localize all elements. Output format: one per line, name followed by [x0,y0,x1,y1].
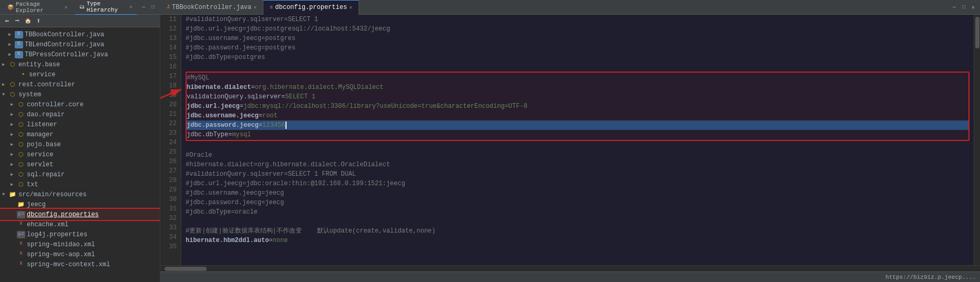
arrow: ▶ [11,122,17,127]
tree-item-sqlrepair[interactable]: ▶ ⬡ sql.repair [0,169,160,179]
tree-item-dbconfig[interactable]: x= dbconfig.properties [0,209,160,219]
tree-item-tbpresscontroller[interactable]: ▶ C TBPressController.java [0,49,160,59]
vertical-scrollbar[interactable] [974,15,980,265]
xml-icon: X [17,261,25,268]
code-line-24 [186,141,969,150]
code-line-25: #Oracle [186,150,969,160]
tree-label: dao.repair [27,111,65,118]
tab-tbbook-label: TBBookController.java [172,4,251,11]
tree-item-entitybase[interactable]: ▶ ⬡ entity.base [0,59,160,69]
arrow: ▶ [2,82,8,87]
tab-package-explorer[interactable]: 📦 Package Explorer ✕ [3,0,72,15]
tab-type-hierarchy-label: Type Hierarchy [87,1,127,13]
tree-label: system [18,91,41,98]
arrow: ▶ [11,172,17,177]
tree-label: rest.controller [18,81,75,88]
tree-item-spring-mvc-aop[interactable]: X spring-mvc-aop.xml [0,249,160,259]
tree-item-jeecg[interactable]: 📁 jeecg [0,199,160,209]
properties-icon: x= [17,231,25,238]
package-icon: ⬡ [17,151,25,158]
tab-dbconfig-props[interactable]: ≡ dbconfig.properties ✕ [263,0,359,15]
class-icon: C [15,51,23,58]
tree-item-system[interactable]: ▼ ⬡ system [0,89,160,99]
package-icon: ⬡ [8,91,17,98]
code-line-14: #jdbc.password.jeecg=postgres [186,43,969,53]
code-editor[interactable]: #validationQuery.sqlserver=SELECT 1 #jdb… [181,15,974,265]
tree-item-spring-mvc-context[interactable]: X spring-mvc-context.xml [0,259,160,269]
editor-maximize-btn[interactable]: □ [960,4,967,11]
tree-label: pojo.base [27,141,61,148]
tree-label: spring-minidao.xml [27,241,95,248]
file-tree: ▶ C TBBookController.java ▶ C TBLendCont… [0,27,160,282]
tree-label: TBLendController.java [25,41,104,48]
tree-item-service-system[interactable]: ▶ ⬡ service [0,149,160,159]
tree-item-manager[interactable]: ▶ ⬡ manager [0,129,160,139]
code-line-23: jdbc.dbType=mysql [187,130,968,139]
code-line-29: #jdbc.username.jeecg=jeecg [186,188,969,198]
tree-item-daorepair[interactable]: ▶ ⬡ dao.repair [0,109,160,119]
tab-dbconfig-close[interactable]: ✕ [349,4,352,11]
tree-item-srcmainresources[interactable]: ▼ 📁 src/main/resources [0,189,160,199]
horizontal-scrollbar[interactable] [160,265,980,271]
code-line-21: jdbc.username.jeecg=root [187,111,968,120]
code-line-20: jdbc.url.jeecg=jdbc:mysql://localhost:33… [187,102,968,111]
horizontal-scrollbar-thumb[interactable] [165,267,207,271]
code-line-28: #jdbc.url.jeecg=jdbc:oracle:thin:@192.16… [186,179,969,188]
class-icon: C [15,41,23,48]
tree-label: controller.core [27,101,84,108]
toolbar-btn-3[interactable]: 🏠 [23,16,33,26]
tree-label: TBBookController.java [25,31,104,38]
tree-item-tbbookcontroller[interactable]: ▶ C TBBookController.java [0,29,160,39]
toolbar-btn-4[interactable]: ⬆ [34,16,43,26]
tab-package-explorer-close[interactable]: ✕ [65,4,68,11]
editor-minimize-btn[interactable]: — [951,4,958,11]
tab-dbconfig-label: dbconfig.properties [275,4,347,11]
panel-maximize-btn[interactable]: □ [149,4,157,11]
tab-type-hierarchy[interactable]: 🗂 Type Hierarchy ✕ [75,0,137,15]
tree-item-servlet[interactable]: ▶ ⬡ servlet [0,159,160,169]
package-icon: ⬡ [17,171,25,178]
red-highlight-region: #MySQL hibernate.dialect=org.hibernate.d… [186,72,969,141]
arrow: ▶ [11,152,17,157]
tree-label: service [27,151,53,158]
code-line-27: #validationQuery.sqlserver=SELECT 1 FROM… [186,169,969,179]
tree-item-ehcache[interactable]: X ehcache.xml [0,219,160,229]
type-hierarchy-icon: 🗂 [79,4,85,10]
tree-item-txt[interactable]: ▶ ⬡ txt [0,179,160,189]
class-icon: C [15,31,23,38]
tree-label: servlet [27,161,53,168]
arrow: ▶ [11,142,17,147]
toolbar-btn-2[interactable]: ⮕ [13,16,22,26]
panel-minimize-btn[interactable]: — [140,4,147,11]
tab-type-hierarchy-close[interactable]: ✕ [129,4,132,10]
tab-tbbook-close[interactable]: ✕ [253,4,257,11]
package-icon: ⬡ [17,131,25,138]
xml-icon: X [17,221,25,228]
arrow: ▶ [11,162,17,167]
scrollbar-thumb[interactable] [975,17,979,48]
package-icon: ⬡ [17,101,25,108]
code-line-30: #jdbc.password.jeecg=jeecg [186,198,969,207]
code-line-33: #更新|创建|验证数据库表结构|不作改变 默认update(create,val… [186,226,969,236]
tree-item-service-entity[interactable]: ▪ service [0,69,160,79]
tree-item-tblendcontroller[interactable]: ▶ C TBLendController.java [0,39,160,49]
package-icon: ⬡ [8,81,17,88]
status-url: https://biz91z.p.jeecp.... [885,274,976,280]
tree-item-restcontroller[interactable]: ▶ ⬡ rest.controller [0,79,160,89]
tab-tbbook-java[interactable]: J TBBookController.java ✕ [160,0,263,15]
tree-item-pojobase[interactable]: ▶ ⬡ pojo.base [0,139,160,149]
tree-label: entity.base [18,61,60,68]
tree-item-spring-minidao[interactable]: X spring-minidao.xml [0,239,160,249]
tree-item-log4j[interactable]: x= log4j.properties [0,229,160,239]
editor-close-btn[interactable]: ✕ [969,4,977,11]
code-line-12: #jdbc.url.jeecg=jdbc:postgresql://localh… [186,24,969,34]
arrow: ▶ [8,42,15,47]
arrow: ▶ [11,182,17,187]
tree-item-controllercore[interactable]: ▶ ⬡ controller.core [0,99,160,109]
code-line-22: jdbc.password.jeecg=123456 [187,120,968,130]
tree-item-listener[interactable]: ▶ ⬡ listener [0,119,160,129]
arrow: ▶ [8,52,15,57]
toolbar-btn-1[interactable]: ⬅ [2,16,12,26]
editor-area: 1112131415 1617181920 2122232425 2627282… [160,15,980,265]
line-numbers: 1112131415 1617181920 2122232425 2627282… [160,15,181,265]
